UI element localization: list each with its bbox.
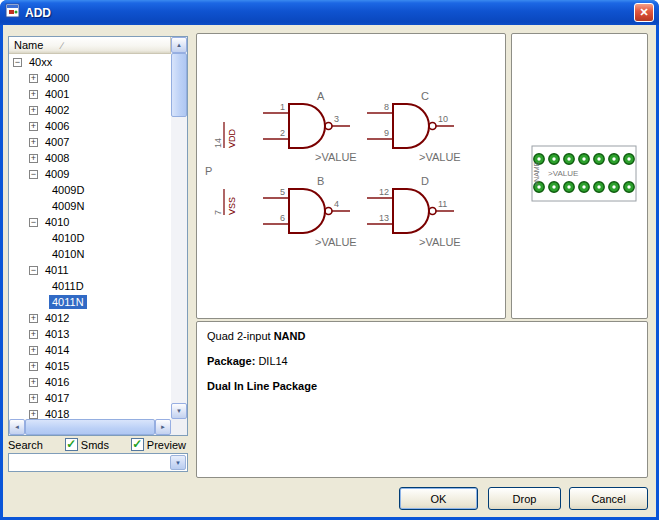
svg-text:VDD: VDD: [227, 128, 237, 148]
svg-text:VSS: VSS: [227, 197, 237, 215]
svg-text:>VALUE: >VALUE: [419, 151, 461, 163]
scroll-left-button[interactable]: ◄: [9, 419, 25, 435]
tree-item-4006[interactable]: +4006: [9, 118, 171, 134]
combo-dropdown-button[interactable]: ▼: [170, 455, 186, 470]
expand-plus-icon[interactable]: +: [29, 362, 38, 371]
tree-item-4008[interactable]: +4008: [9, 150, 171, 166]
tree-item-4011n[interactable]: 4011N: [9, 294, 171, 310]
dialog-content: Name ∕ −40xx+4000+4001+4002+4006+4007+40…: [3, 25, 656, 517]
expand-plus-icon[interactable]: +: [29, 138, 38, 147]
tree-item-4010[interactable]: −4010: [9, 214, 171, 230]
drop-button[interactable]: Drop: [488, 487, 561, 510]
expand-plus-icon[interactable]: +: [29, 410, 38, 419]
preview-checkbox[interactable]: ✓ Preview: [131, 438, 186, 451]
tree-item-4011[interactable]: −4011: [9, 262, 171, 278]
scroll-left-icon: ◄: [14, 424, 20, 430]
tree-item-4009d[interactable]: 4009D: [9, 182, 171, 198]
search-input[interactable]: [11, 455, 167, 470]
tree-item-4007[interactable]: +4007: [9, 134, 171, 150]
description-line: Package: DIL14: [207, 355, 637, 367]
tree-item-4018[interactable]: +4018: [9, 406, 171, 419]
expand-plus-icon[interactable]: +: [29, 378, 38, 387]
tree-item-label: 4015: [42, 359, 72, 373]
tree-item-label: 4014: [42, 343, 72, 357]
tree-item-label: 4001: [42, 87, 72, 101]
tree-item-4002[interactable]: +4002: [9, 102, 171, 118]
svg-text:9: 9: [384, 128, 389, 138]
svg-text:A: A: [317, 90, 325, 102]
ok-button[interactable]: OK: [399, 487, 478, 510]
tree-item-label: 40xx: [26, 55, 55, 69]
search-combobox[interactable]: ▼: [8, 453, 188, 472]
svg-text:P: P: [205, 165, 212, 177]
description-content: Quad 2-input NANDPackage: DIL14Dual In L…: [207, 330, 637, 392]
tree-item-40xx[interactable]: −40xx: [9, 54, 171, 70]
preview-checkbox-box[interactable]: ✓: [131, 438, 144, 451]
scroll-up-button[interactable]: ▲: [171, 37, 187, 53]
expand-plus-icon[interactable]: +: [29, 346, 38, 355]
tree-horizontal-scrollbar[interactable]: ◄ ►: [9, 419, 171, 435]
svg-text:>VALUE: >VALUE: [315, 151, 357, 163]
tree-item-label: 4010N: [49, 247, 87, 261]
tree-header-name[interactable]: Name ∕: [9, 37, 171, 54]
tree-item-4013[interactable]: +4013: [9, 326, 171, 342]
svg-text:>VALUE: >VALUE: [419, 236, 461, 248]
expand-plus-icon[interactable]: +: [29, 314, 38, 323]
collapse-minus-icon[interactable]: −: [29, 170, 38, 179]
tree-item-4010d[interactable]: 4010D: [9, 230, 171, 246]
scroll-up-icon: ▲: [176, 42, 182, 48]
svg-text:C: C: [421, 90, 429, 102]
tree-vertical-scrollbar[interactable]: ▲ ▼: [171, 37, 187, 419]
tree-item-4009[interactable]: −4009: [9, 166, 171, 182]
smds-checkbox[interactable]: ✓ Smds: [65, 438, 109, 451]
tree-item-4011d[interactable]: 4011D: [9, 278, 171, 294]
tree-item-4010n[interactable]: 4010N: [9, 246, 171, 262]
close-button[interactable]: ✕: [634, 3, 654, 22]
expand-plus-icon[interactable]: +: [29, 122, 38, 131]
package-preview-panel: >NAME>VALUE: [511, 33, 648, 319]
tree-item-label: 4013: [42, 327, 72, 341]
vertical-scroll-thumb[interactable]: [171, 53, 187, 117]
tree-item-label: 4018: [42, 407, 72, 419]
scroll-down-button[interactable]: ▼: [171, 403, 187, 419]
svg-text:>VALUE: >VALUE: [315, 236, 357, 248]
expand-plus-icon[interactable]: +: [29, 74, 38, 83]
expand-plus-icon[interactable]: +: [29, 330, 38, 339]
tree-item-label: 4011D: [49, 279, 87, 293]
tree-item-4009n[interactable]: 4009N: [9, 198, 171, 214]
tree-item-4012[interactable]: +4012: [9, 310, 171, 326]
expand-plus-icon[interactable]: +: [29, 90, 38, 99]
scroll-right-icon: ►: [160, 424, 166, 430]
collapse-minus-icon[interactable]: −: [13, 58, 22, 67]
tree-item-4015[interactable]: +4015: [9, 358, 171, 374]
tree-item-4001[interactable]: +4001: [9, 86, 171, 102]
check-icon: ✓: [66, 438, 76, 450]
collapse-minus-icon[interactable]: −: [29, 218, 38, 227]
tree-item-label: 4009: [42, 167, 72, 181]
scroll-right-button[interactable]: ►: [155, 419, 171, 435]
collapse-minus-icon[interactable]: −: [29, 266, 38, 275]
smds-checkbox-box[interactable]: ✓: [65, 438, 78, 451]
expand-plus-icon[interactable]: +: [29, 106, 38, 115]
svg-text:8: 8: [384, 102, 389, 112]
description-line: Dual In Line Package: [207, 380, 637, 392]
expand-plus-icon[interactable]: +: [29, 154, 38, 163]
horizontal-scroll-thumb[interactable]: [25, 419, 155, 435]
tree-header-label: Name: [14, 39, 43, 51]
cancel-button[interactable]: Cancel: [569, 487, 648, 510]
tree-item-4014[interactable]: +4014: [9, 342, 171, 358]
expand-plus-icon[interactable]: +: [29, 394, 38, 403]
tree-item-4017[interactable]: +4017: [9, 390, 171, 406]
svg-text:14: 14: [213, 138, 223, 148]
tree-item-4016[interactable]: +4016: [9, 374, 171, 390]
svg-text:>VALUE: >VALUE: [548, 169, 578, 178]
dialog-icon: [5, 3, 20, 22]
window-title: ADD: [25, 6, 51, 20]
tree-item-label: 4011: [42, 263, 72, 277]
preview-checkbox-label: Preview: [147, 439, 186, 451]
chevron-down-icon: ▼: [175, 460, 181, 466]
description-panel: Quad 2-input NANDPackage: DIL14Dual In L…: [196, 321, 648, 478]
tree-item-label: 4002: [42, 103, 72, 117]
tree-item-4000[interactable]: +4000: [9, 70, 171, 86]
titlebar[interactable]: ADD ✕: [0, 0, 659, 25]
